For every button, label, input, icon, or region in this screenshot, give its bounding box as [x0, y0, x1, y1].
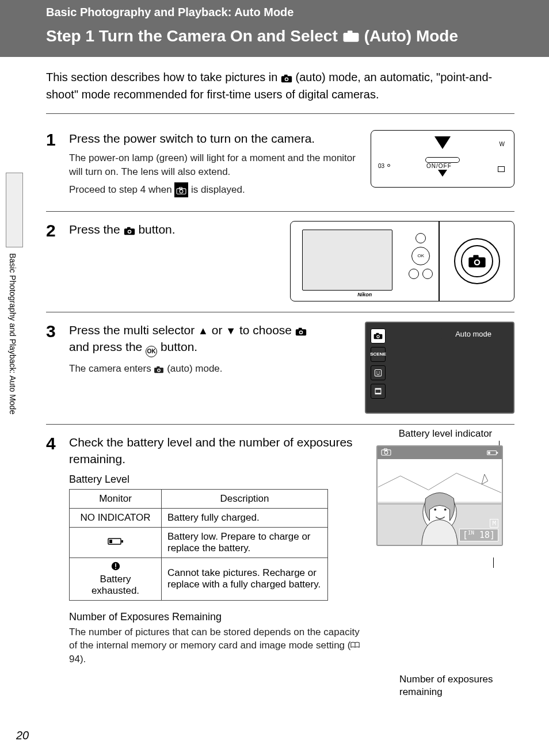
nikon-logo: Nikon — [357, 292, 372, 297]
svg-point-22 — [444, 508, 447, 510]
col-description: Description — [162, 489, 328, 508]
warning-icon — [111, 562, 120, 573]
monitor-preview-illustration: M [IN 18] — [376, 445, 503, 546]
battery-indicator-label: Battery level indicator — [376, 428, 514, 440]
mode-indicator: M — [490, 519, 498, 528]
side-tab: Basic Photography and Playback: Auto Mod… — [0, 173, 29, 414]
movie-mode-icon — [371, 384, 386, 399]
step-2: 2 Press the button. Nikon OK — [46, 215, 514, 312]
step-number: 1 — [46, 130, 62, 201]
camera-icon — [154, 363, 164, 374]
step-heading: Press the multi selector ▲ or ▼ to choos… — [69, 322, 354, 357]
page-header: Basic Photography and Playback: Auto Mod… — [0, 0, 549, 57]
mode-button-icon — [415, 233, 426, 243]
battery-level-subhead: Battery Level — [69, 474, 366, 486]
delete-button-icon — [422, 269, 433, 279]
step-number: 2 — [46, 221, 62, 301]
battery-icon — [487, 448, 498, 458]
camera-back-illustration: Nikon OK — [290, 221, 514, 301]
step-1: 1 Press the power switch to turn on the … — [46, 124, 514, 212]
page-number: 20 — [16, 729, 29, 742]
table-row: Battery exhausted. Cannot take pictures.… — [70, 558, 328, 600]
smile-mode-icon — [371, 365, 386, 380]
exposure-count: [IN 18] — [459, 529, 498, 541]
camera-buttons: OK — [409, 233, 433, 279]
side-tab-label: Basic Photography and Playback: Auto Mod… — [8, 253, 17, 414]
battery-low-icon — [70, 527, 162, 558]
ok-dial-icon: OK — [411, 247, 430, 265]
mode-menu-illustration: SCENE Auto mode — [365, 322, 514, 414]
step-desc: The power-on lamp (green) will light for… — [69, 151, 360, 179]
step-heading: Check the battery level and the number o… — [69, 434, 366, 468]
exposures-desc: The number of pictures that can be store… — [69, 625, 366, 666]
mode-label: Auto mode — [441, 329, 505, 339]
step-number: 3 — [46, 322, 62, 414]
camera-icon — [174, 182, 188, 197]
arrow-down-icon: ▼ — [226, 325, 236, 337]
table-row: NO INDICATOR Battery fully charged. — [70, 508, 328, 527]
step-heading: Press the power switch to turn on the ca… — [69, 130, 360, 147]
battery-level-table: Monitor Description NO INDICATOR Battery… — [69, 489, 328, 601]
section-title: Basic Photography and Playback: Auto Mod… — [46, 6, 549, 19]
step-heading: Press the button. — [69, 221, 280, 238]
step-desc: Proceed to step 4 when is displayed. — [69, 182, 360, 197]
menu-button-icon — [409, 269, 419, 279]
scene-mode-icon: SCENE — [371, 347, 386, 362]
book-icon — [350, 640, 360, 651]
svg-point-21 — [434, 508, 436, 510]
camera-icon — [342, 30, 360, 43]
camera-icon — [295, 323, 307, 337]
step-3: 3 Press the multi selector ▲ or ▼ to cho… — [46, 316, 514, 425]
auto-mode-icon — [371, 329, 386, 343]
intro-text: This section describes how to take pictu… — [46, 68, 514, 114]
step-desc: The camera enters (auto) mode. — [69, 362, 354, 376]
step-number: 4 — [46, 434, 62, 670]
arrow-down-icon — [434, 136, 451, 149]
arrow-down-icon — [438, 170, 447, 177]
power-switch-illustration: ON/OFF 03 W — [371, 130, 514, 188]
page-title: Step 1 Turn the Camera On and Select (Au… — [46, 24, 514, 49]
camera-icon — [124, 223, 135, 236]
camera-icon — [381, 448, 391, 458]
col-monitor: Monitor — [70, 489, 162, 508]
camera-icon — [281, 71, 292, 83]
table-row: Battery low. Prepare to charge or replac… — [70, 527, 328, 558]
exposures-remaining-label: Number of exposures remaining — [399, 673, 493, 698]
mode-button-zoom-icon — [454, 238, 500, 284]
ok-button-icon: OK — [146, 346, 157, 357]
step-4: 4 Check the battery level and the number… — [46, 428, 514, 680]
arrow-up-icon: ▲ — [198, 325, 208, 337]
exposures-subhead: Number of Exposures Remaining — [69, 611, 366, 623]
